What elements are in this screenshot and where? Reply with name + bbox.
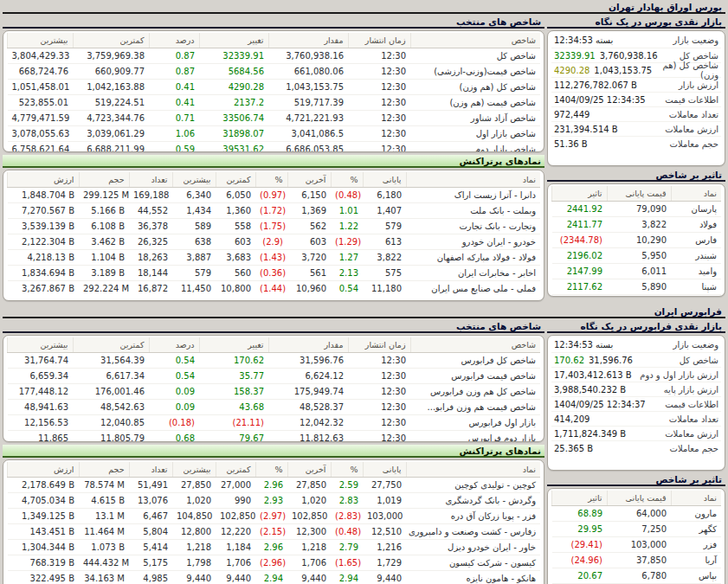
cell-change: 35.77 — [199, 369, 268, 384]
column-header-percent[interactable]: درصد — [149, 33, 199, 48]
table-row[interactable]: فزر103,000(29.41) — [552, 537, 722, 553]
cell-symbol: بپاس — [671, 568, 721, 584]
table-row[interactable]: فملی11,1802110.3 — [552, 295, 722, 298]
table-row[interactable]: شاخص قیمت(وزنی-ارزشی)12:30661,080.065684… — [8, 64, 541, 80]
column-header-publish-time[interactable]: زمان انتشار — [348, 33, 410, 48]
table-row[interactable]: خودرو - ایران خودرو613(1.29)603(2.9)6036… — [8, 234, 541, 250]
table-row[interactable]: دانرا - آترا زیست اراک6,180(0.48)6,150(0… — [8, 188, 541, 203]
column-header-low[interactable]: کمترین — [73, 337, 149, 353]
cell-percent: 0.09 — [149, 384, 199, 400]
column-header-low[interactable]: کمترین — [216, 462, 255, 478]
table-row[interactable]: اخابر - مخابرات ایران5752.13561(0.36)560… — [8, 266, 541, 281]
column-header-value[interactable]: ارزش — [8, 172, 80, 188]
table-row[interactable]: بازار دوم فرابورس12:3011,812.6379.670.68… — [8, 431, 541, 443]
column-header-publish-time[interactable]: زمان انتشار — [348, 337, 410, 353]
cell-close-pct: 1.01 — [331, 203, 363, 219]
column-header-value[interactable]: مقدار — [268, 337, 348, 353]
cell-high: 177,448.12 — [8, 384, 74, 400]
column-header-high[interactable]: بیشترین — [8, 337, 74, 353]
cell-percent: 0.41 — [149, 80, 199, 95]
column-header-symbol[interactable]: نماد — [406, 172, 540, 188]
column-header-value[interactable]: مقدار — [268, 33, 348, 48]
table-row[interactable]: فملی - ملی صنایع مس ایران11,1800.5410,96… — [8, 281, 541, 297]
column-header-close-pct[interactable]: % — [331, 462, 363, 478]
table-row[interactable]: خاور - ایران خودرو دیزل1,2162.791,2182.9… — [8, 540, 541, 555]
column-header-index-name[interactable]: شاخص — [410, 337, 540, 353]
table-row[interactable]: شبندر5,9502196.02 — [552, 248, 722, 264]
overview-main-value: 17,403,412.613 B — [554, 370, 632, 380]
table-row[interactable]: شاخص کل12:303,760,938.1632339.910.873,75… — [8, 48, 541, 64]
overview-row: حجم معاملات25.365 B — [551, 440, 721, 455]
column-header-value[interactable]: ارزش — [8, 462, 80, 478]
overview-value: 25.365 B — [554, 444, 593, 453]
table-row[interactable]: فولاد - فولاد مبارکه اصفهان3,8221.273,72… — [8, 250, 541, 266]
overview-main-value: 25.365 B — [554, 444, 593, 453]
column-header-volume[interactable]: حجم — [79, 462, 129, 478]
column-header-close[interactable]: پایانی — [363, 172, 406, 188]
cell-symbol: فولاد — [671, 217, 721, 233]
table-row[interactable]: وبملت - بانک ملت1,4071.011,369(1.72)1,36… — [8, 203, 541, 219]
column-header-change[interactable]: تغییر — [199, 337, 268, 353]
column-header-low[interactable]: کمترین — [216, 172, 255, 188]
table-row[interactable]: شاخص آزاد شناور12:304,721,221.9333506.74… — [8, 111, 541, 126]
column-header-volume[interactable]: حجم — [79, 172, 129, 188]
table-row[interactable]: هانکو - هامون نایزه9,4402.949,4402.949,4… — [8, 571, 541, 584]
table-row[interactable]: بپاس6,78020.67 — [552, 568, 722, 584]
cell-symbol: فملی - ملی صنایع مس ایران — [406, 281, 540, 297]
column-header-high[interactable]: بیشترین — [8, 33, 74, 48]
cell-close-pct: (2.83) — [331, 509, 363, 524]
column-header-symbol[interactable]: نماد — [671, 491, 721, 506]
column-header-count[interactable]: تعداد — [129, 172, 172, 188]
column-header-close[interactable]: پایانی — [363, 462, 406, 478]
cell-value: 4,218.13 B — [8, 250, 80, 266]
column-header-high[interactable]: بیشترین — [172, 172, 216, 188]
table-row[interactable]: کوچین - تولیدی کوچین27,7502.5927,8502.96… — [8, 478, 541, 493]
column-header-symbol[interactable]: نماد — [671, 186, 721, 202]
table-row[interactable]: پارسان79,0902441.92 — [552, 202, 722, 217]
column-header-change[interactable]: تغییر — [199, 33, 268, 48]
column-header-final-price[interactable]: قیمت پایانی — [607, 186, 671, 202]
column-header-high[interactable]: بیشترین — [172, 462, 216, 478]
table-row[interactable]: شپنا5,8902117.62 — [552, 279, 722, 295]
table-row[interactable]: فارس10,290(2344.78) — [552, 233, 722, 248]
column-header-impact[interactable]: تاثیر — [552, 186, 608, 202]
cell-last: 603 — [287, 234, 331, 250]
table-row[interactable]: مارون64,00068.89 — [552, 506, 722, 522]
table-row[interactable]: شاخص قیمت هم وزن فرابو...12:3048,528.374… — [8, 400, 541, 415]
column-header-last-pct[interactable]: % — [255, 462, 287, 478]
table-row[interactable]: شاخص کل هم وزن فرابورس12:30175,949.74158… — [8, 384, 541, 400]
table-row[interactable]: شاخص کل فرابورس12:3031,596.76170.620.543… — [8, 353, 541, 369]
column-header-impact[interactable]: تاثیر — [552, 491, 608, 506]
table-row[interactable]: کگهر7,25029.95 — [552, 522, 722, 537]
table-row[interactable]: آریا37,850(24.96) — [552, 553, 722, 568]
table-row[interactable]: شاخص کل (هم وزن)12:301,043,153.754290.28… — [8, 80, 541, 95]
cell-high: 6,758,621.64 — [8, 142, 74, 153]
column-header-low[interactable]: کمترین — [73, 33, 149, 48]
column-header-close-pct[interactable]: % — [331, 172, 363, 188]
table-row[interactable]: شاخص قیمت (هم وزن)12:30519,717.392137.20… — [8, 95, 541, 111]
column-header-last-pct[interactable]: % — [255, 172, 287, 188]
table-row[interactable]: کیسون - شرکت کیسون1,729(1.65)1,706(2.96)… — [8, 555, 541, 571]
table-row[interactable]: وگردش - بانک گردشگری1,0192.831,0202.9399… — [8, 493, 541, 509]
column-header-index-name[interactable]: شاخص — [410, 33, 540, 48]
column-header-count[interactable]: تعداد — [129, 462, 172, 478]
cell-final-price: 11,180 — [607, 295, 671, 298]
table-row[interactable]: وتجارت - بانک تجارت5791.22562(1.75)55858… — [8, 219, 541, 234]
column-header-percent[interactable]: درصد — [149, 337, 199, 353]
overview-label: ارزش بازار پایه — [664, 385, 718, 395]
cell-last-pct: (1.43) — [255, 250, 287, 266]
table-row[interactable]: بازار اول فرابورس12:3012,042.32(21.11)(0… — [8, 415, 541, 431]
table-row[interactable]: زفارس - کشت وصنعت و دامپروری پ...12,510(… — [8, 524, 541, 540]
table-row[interactable]: شاخص قیمت فرابورس12:306,624.1235.770.546… — [8, 369, 541, 384]
column-header-symbol[interactable]: نماد — [406, 462, 540, 478]
column-header-last[interactable]: آخرین — [287, 462, 331, 478]
table-row[interactable]: شاخص بازار اول12:303,041,086.531898.071.… — [8, 126, 541, 142]
cell-final-price: 64,000 — [607, 506, 671, 522]
table-row[interactable]: شاخص بازار دوم12:306,686,053.8539531.620… — [8, 142, 541, 153]
cell-count: 4,985 — [129, 571, 172, 584]
table-row[interactable]: فزر - پویا زرکان آق دره103,000(2.83)102,… — [8, 509, 541, 524]
column-header-last[interactable]: آخرین — [287, 172, 331, 188]
column-header-final-price[interactable]: قیمت پایانی — [607, 491, 671, 506]
table-row[interactable]: وامید6,0112147.99 — [552, 264, 722, 279]
table-row[interactable]: فولاد3,8222411.77 — [552, 217, 722, 233]
